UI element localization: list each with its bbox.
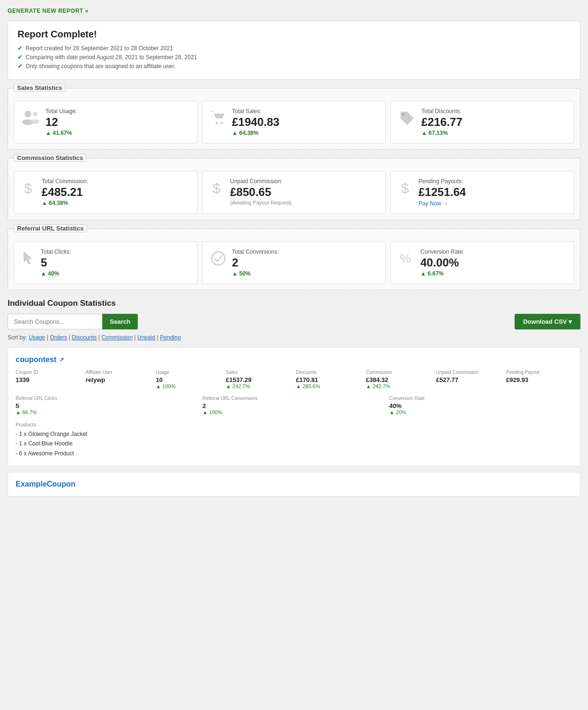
svg-text:$: $ (401, 180, 409, 196)
svg-text:$: $ (24, 180, 32, 196)
referral-statistics-title: Referral URL Statistics (14, 224, 87, 232)
total-usage-change: 41.67% (45, 130, 77, 136)
product-1: - 1 x Glowing Orange Jacket (16, 429, 572, 439)
conversion-rate-change: 6.67% (420, 270, 464, 277)
coupon-url-grid: Referral URL Clicks 5 66.7% Referral URL… (16, 396, 572, 415)
svg-point-11 (212, 252, 225, 265)
total-conversions-value: 2 (232, 256, 279, 269)
coupon-sales-field: Sales £1537.29 242.7% (226, 370, 292, 389)
total-sales-value: £1940.83 (232, 115, 279, 129)
svg-point-2 (33, 112, 37, 116)
coupon-usage-field: Usage 10 100% (156, 370, 222, 389)
awaiting-text: (Awaiting Payout Request) (230, 200, 292, 205)
sort-pending[interactable]: Pending (160, 334, 181, 341)
generate-report-link[interactable]: GENERATE NEW REPORT » (8, 8, 580, 14)
check-icon-1: ✔ (18, 44, 23, 52)
search-left: Search (8, 314, 138, 329)
coupon-discounts-field: Discounts £170.81 285.6% (296, 370, 362, 389)
coupon-products: Products - 1 x Glowing Orange Jacket - 1… (16, 422, 572, 458)
unpaid-commission-value: £850.65 (230, 186, 292, 199)
dollar-icon-2: $ (210, 180, 224, 199)
svg-point-3 (31, 119, 39, 124)
total-discounts-label: Total Discounts: (421, 108, 463, 115)
total-conversions-card: Total Conversions: 2 50% (202, 241, 386, 284)
total-usage-value: 12 (45, 115, 77, 129)
total-clicks-change: 40% (41, 270, 71, 277)
sales-statistics-section: Sales Statistics Total Usage: 12 41.67% (8, 88, 580, 150)
search-input[interactable] (8, 314, 102, 329)
download-csv-button[interactable]: Download CSV ▾ (515, 314, 580, 329)
svg-point-4 (216, 122, 218, 124)
coupon-ext-link[interactable]: ↗ (59, 356, 64, 363)
svg-point-6 (402, 114, 405, 116)
svg-point-0 (25, 111, 31, 117)
svg-point-5 (221, 122, 223, 124)
cursor-icon (22, 250, 35, 270)
check-icon-3: ✔ (18, 62, 23, 70)
conversion-rate-card: % Conversion Rate: 40.00% 6.67% (391, 241, 574, 284)
commission-statistics-title: Commission Statistics (14, 154, 86, 162)
coupon-affiliate-field: Affiliate User relywp (86, 370, 152, 389)
unpaid-commission-content: Unpaid Commission: £850.65 (Awaiting Pay… (230, 178, 292, 205)
total-sales-card: Total Sales: £1940.83 64.38% (202, 101, 386, 143)
total-discounts-card: Total Discounts: £216.77 67.13% (391, 101, 574, 143)
total-commission-content: Total Commission: £485.21 64.38% (42, 178, 88, 206)
unpaid-commission-label: Unpaid Commission: (230, 178, 292, 185)
total-clicks-card: Total Clicks: 5 40% (14, 241, 197, 284)
checkmark-icon (210, 250, 226, 269)
report-complete-box: Report Complete! ✔ Report created for 28… (8, 21, 580, 80)
total-commission-label: Total Commission: (42, 178, 88, 185)
total-clicks-label: Total Clicks: (41, 248, 71, 255)
pending-payouts-content: Pending Payouts: £1251.64 Pay Now → (419, 178, 466, 207)
total-conversions-change: 50% (232, 270, 279, 277)
coupon-main-grid: Coupon ID 1339 Affiliate User relywp Usa… (16, 370, 572, 389)
total-sales-change: 64.38% (232, 130, 279, 136)
report-item-2: ✔ Comparing with date period August 28, … (18, 53, 570, 61)
pending-payouts-card: $ Pending Payouts: £1251.64 Pay Now → (391, 171, 574, 214)
cart-icon (210, 110, 226, 127)
dollar-icon-3: $ (399, 180, 413, 199)
sort-label: Sort by: (8, 334, 27, 341)
coupon-name-partial: ExampleCoupon (16, 480, 572, 488)
people-icon (22, 110, 40, 127)
check-icon-2: ✔ (18, 53, 23, 61)
coupon-id-field: Coupon ID 1339 (16, 370, 82, 389)
pay-now-link[interactable]: Pay Now → (419, 200, 448, 207)
report-item-3: ✔ Only showing coupons that are assigned… (18, 62, 570, 70)
total-clicks-content: Total Clicks: 5 40% (41, 248, 71, 277)
coupon-pending-field: Pending Payout £929.93 (506, 370, 572, 389)
total-commission-card: $ Total Commission: £485.21 64.38% (14, 171, 197, 214)
sort-discounts[interactable]: Discounts (72, 334, 97, 341)
sort-row: Sort by: Usage | Orders | Discounts | Co… (8, 334, 580, 341)
sales-statistics-title: Sales Statistics (14, 84, 65, 92)
total-commission-change: 64.38% (42, 200, 88, 206)
sort-usage[interactable]: Usage (29, 334, 45, 341)
coupon-url-clicks-field: Referral URL Clicks 5 66.7% (16, 396, 199, 415)
sort-orders[interactable]: Orders (50, 334, 67, 341)
referral-statistics-section: Referral URL Statistics Total Clicks: 5 … (8, 229, 580, 290)
svg-marker-10 (24, 251, 32, 265)
commission-statistics-section: Commission Statistics $ Total Commission… (8, 158, 580, 220)
coupon-products-label: Products (16, 422, 572, 427)
report-title: Report Complete! (18, 29, 570, 40)
conversion-rate-label: Conversion Rate: (420, 248, 464, 255)
sort-commission[interactable]: Commission (101, 334, 133, 341)
coupon-unpaid-field: Unpaid Commission £527.77 (436, 370, 502, 389)
product-2: - 1 x Cool Blue Hoodie (16, 439, 572, 448)
total-discounts-value: £216.77 (421, 115, 463, 129)
percent-icon: % (399, 250, 415, 269)
pending-payouts-label: Pending Payouts: (419, 178, 466, 185)
conversion-rate-value: 40.00% (420, 256, 464, 269)
coupon-card-partial: ExampleCoupon (8, 472, 580, 497)
search-button[interactable]: Search (102, 314, 138, 329)
coupon-products-list: - 1 x Glowing Orange Jacket - 1 x Cool B… (16, 429, 572, 458)
unpaid-commission-card: $ Unpaid Commission: £850.65 (Awaiting P… (202, 171, 386, 214)
total-discounts-content: Total Discounts: £216.77 67.13% (421, 108, 463, 136)
individual-coupon-title: Individual Coupon Statistics (8, 299, 580, 308)
product-3: - 6 x Awesome Product (16, 449, 572, 458)
total-sales-content: Total Sales: £1940.83 64.38% (232, 108, 279, 136)
sort-unpaid[interactable]: Unpaid (137, 334, 155, 341)
total-clicks-value: 5 (41, 256, 71, 269)
total-usage-label: Total Usage: (45, 108, 77, 115)
total-commission-value: £485.21 (42, 186, 88, 199)
